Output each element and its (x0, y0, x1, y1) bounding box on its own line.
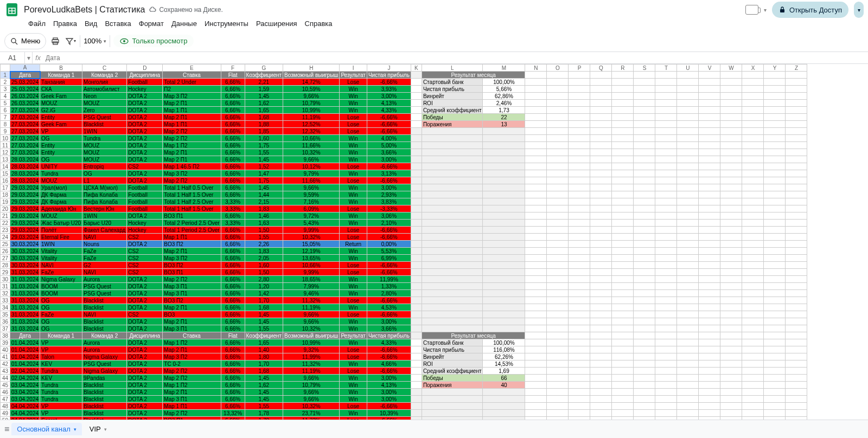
cell[interactable]: Map 1 П1 (163, 107, 221, 114)
cell[interactable]: 13,32% (221, 410, 245, 417)
cell[interactable]: 6,66% (221, 93, 245, 100)
cell[interactable]: Blacklist (82, 396, 127, 403)
cell[interactable]: 6,66% (221, 382, 245, 389)
cell[interactable]: 11,99% (367, 276, 411, 283)
cell[interactable]: 6,66% (221, 325, 245, 332)
cell[interactable]: Lose (340, 346, 367, 353)
sheet-tab-vip[interactable]: VIP ▾ (84, 423, 112, 435)
col-header[interactable]: V (699, 65, 720, 72)
cell[interactable]: 5,43% (283, 220, 340, 227)
cell[interactable]: 29.03.2024 (10, 234, 40, 241)
cell[interactable]: 1,55 (245, 234, 283, 241)
cell[interactable]: Map 2 П2 (163, 128, 221, 135)
cell[interactable]: DOTA 2 (127, 241, 163, 248)
cell[interactable]: MOUZ (82, 100, 127, 107)
row-header[interactable]: 13 (1, 156, 10, 163)
cell[interactable]: Win (340, 220, 367, 227)
cell[interactable]: DOTA 2 (127, 389, 163, 396)
menu-Вид[interactable]: Вид (81, 20, 101, 28)
cell[interactable]: 10,66% (283, 135, 340, 142)
cell[interactable]: Вестерн Юн (82, 205, 127, 212)
cell[interactable]: Map 1 П2 (163, 142, 221, 149)
cell[interactable]: 4,33% (367, 107, 411, 114)
cell[interactable]: Win (340, 290, 367, 297)
cell[interactable]: 3,13% (367, 170, 411, 177)
cell[interactable]: 6,66% (221, 318, 245, 325)
cell[interactable]: 29.03.2024 (10, 184, 40, 191)
cell[interactable]: Entity (40, 142, 82, 149)
view-only-badge[interactable]: Только просмотр (113, 35, 194, 47)
cell[interactable]: Win (340, 93, 367, 100)
menu-Файл[interactable]: Файл (25, 20, 49, 28)
cell[interactable]: 6,66% (221, 389, 245, 396)
row-header[interactable]: 37 (1, 325, 10, 332)
col-header[interactable]: W (720, 65, 742, 72)
cell[interactable]: Map 3 П2 (163, 353, 221, 360)
filter-icon[interactable]: ▾ (65, 35, 76, 47)
row-header[interactable]: 4 (1, 93, 10, 100)
cell[interactable]: 3,00% (367, 318, 411, 325)
row-header[interactable]: 7 (1, 114, 10, 121)
cell[interactable]: Полёт (40, 227, 82, 234)
cell[interactable]: DOTA 2 (127, 396, 163, 403)
sheets-logo-icon[interactable] (4, 2, 20, 17)
cell[interactable]: 1,50 (245, 269, 283, 276)
cell[interactable]: 6,66% (221, 304, 245, 311)
cell[interactable]: Neon (82, 93, 127, 100)
cell[interactable]: NAVI (82, 234, 127, 241)
cell[interactable]: Nigma Galaxy (40, 276, 82, 283)
cell[interactable]: 29.03.2024 (10, 205, 40, 212)
cell[interactable]: Blacklist (82, 410, 127, 417)
cell[interactable]: 31.03.2024 (10, 269, 40, 276)
cell[interactable]: DOTA 2 (127, 128, 163, 135)
cell[interactable]: PSG Quest (82, 290, 127, 297)
cell[interactable]: 1,83 (245, 205, 283, 212)
cell[interactable]: Hockey (127, 227, 163, 234)
cell[interactable]: Win (340, 86, 367, 93)
cell[interactable]: G2.iG (40, 107, 82, 114)
col-header[interactable]: S (634, 65, 655, 72)
cell[interactable]: 31.03.2024 (10, 297, 40, 304)
cell[interactable]: 9,66% (283, 396, 340, 403)
cell[interactable]: 6,66% (221, 290, 245, 297)
cell[interactable]: DOTA 2 (127, 304, 163, 311)
share-dropdown[interactable]: ▾ (854, 2, 864, 18)
cell[interactable]: 6,66% (221, 149, 245, 156)
cell[interactable]: 6,66% (221, 248, 245, 255)
cell[interactable]: 6,66% (221, 339, 245, 346)
cell[interactable]: -6,66% (367, 79, 411, 86)
cell[interactable]: 11,66% (283, 142, 340, 149)
cell[interactable]: -6,66% (367, 227, 411, 234)
formula-bar[interactable]: Дата (43, 54, 868, 62)
cell[interactable]: VP (40, 346, 82, 353)
cell[interactable]: PSG Quest (82, 114, 127, 121)
cell[interactable]: 1,45 (245, 396, 283, 403)
cell[interactable]: 29.03.2024 (10, 212, 40, 220)
cell[interactable]: Vitality (40, 255, 82, 262)
cell[interactable]: 9,66% (283, 311, 340, 318)
cell[interactable]: 15,05% (283, 241, 340, 248)
cell[interactable]: Lose (340, 128, 367, 135)
cell[interactable]: Lose (340, 205, 367, 212)
cell[interactable]: 28.03.2024 (10, 170, 40, 177)
cell[interactable]: CS2 (127, 248, 163, 255)
cell[interactable]: 3,66% (367, 325, 411, 332)
cell[interactable]: 1,60 (245, 262, 283, 269)
cell[interactable]: 27.03.2024 (10, 121, 40, 128)
cell[interactable]: 9,99% (283, 269, 340, 276)
cell[interactable]: 9,32% (283, 346, 340, 353)
cell[interactable]: OG (40, 156, 82, 163)
cell[interactable]: 11,19% (283, 114, 340, 121)
cell[interactable]: DOTA 2 (127, 318, 163, 325)
col-header[interactable]: D (127, 65, 163, 72)
cell[interactable]: OG (40, 304, 82, 311)
cell[interactable]: 9,66% (283, 156, 340, 163)
cell[interactable]: NAVI (40, 262, 82, 269)
cell[interactable]: CS2 (127, 163, 163, 170)
cell[interactable]: DOTA 2 (127, 325, 163, 332)
row-header[interactable]: 25 (1, 241, 10, 248)
cell[interactable]: 6,66% (221, 346, 245, 353)
cell[interactable]: Return (340, 241, 367, 248)
cell[interactable]: 3,83% (367, 198, 411, 205)
cell[interactable]: 6,66% (221, 241, 245, 248)
